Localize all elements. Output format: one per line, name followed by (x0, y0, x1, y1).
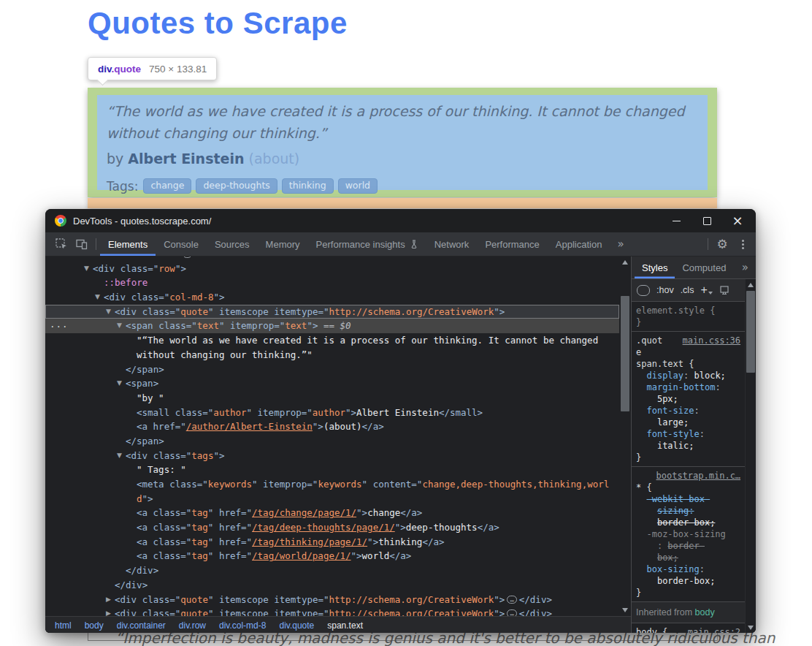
tree-row[interactable]: "“The world as we have created it is a p… (45, 333, 619, 348)
dom-breadcrumb-bar: htmlbodydiv.containerdiv.rowdiv.col-md-8… (45, 616, 631, 633)
tree-row[interactable]: <small class="author" itemprop="author">… (45, 406, 619, 420)
devtools-content: …▼<div class="row">::before▼<div class="… (45, 256, 756, 633)
stylesheet-link[interactable]: main.css:2 (688, 626, 740, 633)
tab-performance-insights[interactable]: Performance insights (308, 232, 426, 256)
tab-application[interactable]: Application (548, 232, 610, 256)
sidebar-tab-styles[interactable]: Styles (635, 256, 675, 278)
minimize-button[interactable] (665, 210, 687, 231)
collapse-arrow-icon[interactable]: ▼ (95, 290, 100, 305)
tree-row[interactable]: "by " (45, 391, 619, 406)
inherited-node-link[interactable]: body (695, 607, 715, 618)
inline-expand-button[interactable]: … (507, 609, 516, 616)
flask-icon (410, 240, 418, 249)
author-about-link[interactable]: (about) (249, 151, 300, 167)
stylesheet-link[interactable]: bootstrap.min.c… (656, 470, 740, 482)
style-rule[interactable]: .quotmain.css:36espan.text { display: bl… (632, 332, 745, 467)
inspect-element-button[interactable] (51, 232, 72, 256)
sidebar-tab-computed[interactable]: Computed (675, 256, 733, 278)
new-style-rule-button[interactable]: + (700, 285, 712, 295)
more-tabs-button[interactable]: » (610, 238, 631, 251)
tree-row[interactable]: d"> (45, 492, 619, 506)
tree-row[interactable]: <meta class="keywords" itemprop="keyword… (45, 477, 619, 492)
toggle-element-classes-button[interactable]: .cls (681, 285, 694, 295)
customize-devtools-button[interactable] (732, 232, 753, 256)
elements-scrollbar[interactable] (619, 256, 631, 616)
tree-row[interactable]: <a class="tag" href="/tag/deep-thoughts/… (45, 520, 619, 535)
tree-row[interactable]: <a class="tag" href="/tag/world/page/1/"… (45, 549, 619, 563)
device-toolbar-button[interactable] (72, 232, 92, 256)
collapse-arrow-icon[interactable]: ▼ (117, 319, 122, 333)
tab-network[interactable]: Network (426, 232, 478, 256)
collapse-arrow-icon[interactable]: ▼ (106, 305, 111, 319)
stylesheet-link[interactable]: main.css:36 (683, 335, 740, 346)
style-rule[interactable]: body {main.css:2 (632, 623, 745, 633)
breadcrumb-div.quote[interactable]: div.quote (272, 620, 321, 631)
tree-row[interactable]: </div> (45, 563, 619, 578)
styles-scrollbar[interactable] (745, 279, 756, 633)
scroll-down-icon[interactable] (622, 608, 628, 612)
tree-row[interactable]: ▼<div class="row"> (45, 262, 619, 276)
tree-row[interactable]: </div> (45, 578, 619, 593)
scrollbar-thumb[interactable] (621, 296, 629, 411)
breadcrumb-div.container[interactable]: div.container (110, 620, 172, 631)
tag-pill[interactable]: thinking (282, 178, 334, 194)
rendering-emulations-icon[interactable] (719, 285, 729, 295)
tag-pill[interactable]: change (143, 178, 191, 194)
breadcrumb-body[interactable]: body (78, 620, 110, 631)
tree-row[interactable]: " Tags: " (45, 463, 619, 477)
collapse-arrow-icon[interactable]: ▼ (117, 376, 122, 391)
tab-sources[interactable]: Sources (207, 232, 258, 256)
collapse-arrow-icon[interactable]: ▼ (117, 449, 122, 463)
breadcrumb-div.row[interactable]: div.row (172, 620, 212, 631)
styles-filter-input[interactable] (637, 285, 650, 296)
tree-row[interactable]: <a class="tag" href="/tag/thinking/page/… (45, 535, 619, 550)
more-sidebar-tabs-button[interactable]: » (735, 261, 756, 274)
inspect-highlight-content: “The world as we have created it is a pr… (97, 95, 708, 190)
toggle-pseudo-classes-button[interactable]: :hov (656, 285, 674, 295)
tree-row[interactable]: ▼<span> (45, 376, 619, 391)
breadcrumb-span.text[interactable]: span.text (321, 620, 369, 631)
settings-button[interactable]: ⚙ (712, 232, 732, 256)
style-rule[interactable]: bootstrap.min.c…* { -webkit-box- sizing:… (632, 467, 745, 602)
expand-arrow-icon[interactable]: ▶ (106, 607, 111, 616)
inline-expand-button[interactable]: … (183, 256, 192, 258)
tree-row[interactable]: ▶<div class="quote" itemscope itemtype="… (45, 593, 619, 607)
inspect-highlight-padding: “The world as we have created it is a pr… (88, 88, 717, 197)
tree-row[interactable]: <a class="tag" href="/tag/change/page/1/… (45, 506, 619, 520)
scroll-down-icon[interactable] (748, 626, 754, 630)
inherited-from-header[interactable]: Inherited from body (632, 602, 745, 623)
scroll-up-icon[interactable] (748, 283, 754, 287)
by-label: by (107, 151, 123, 167)
tree-row[interactable]: … (45, 256, 619, 262)
tree-row[interactable]: ::before (45, 276, 619, 290)
tab-elements[interactable]: Elements (100, 232, 156, 256)
tree-row[interactable]: ▶<div class="quote" itemscope itemtype="… (45, 607, 619, 616)
scroll-up-icon[interactable] (622, 260, 628, 265)
tree-row[interactable]: ▼<div class="tags"> (45, 449, 619, 463)
tree-row[interactable]: </span> (45, 434, 619, 449)
tree-row[interactable]: <a href="/author/Albert-Einstein">(about… (45, 419, 619, 434)
tree-row[interactable]: ...▼<span class="text" itemprop="text"> … (45, 319, 619, 333)
quote-text: “The world as we have created it is a pr… (107, 100, 698, 144)
tab-performance[interactable]: Performance (477, 232, 547, 256)
scrollbar-thumb[interactable] (746, 291, 755, 373)
tree-row[interactable]: </span> (45, 362, 619, 377)
inline-expand-button[interactable]: … (507, 596, 516, 604)
devtools-titlebar[interactable]: DevTools - quotes.toscrape.com/ × (45, 209, 756, 232)
tab-memory[interactable]: Memory (258, 232, 308, 256)
tree-row[interactable]: without changing our thinking.”" (45, 348, 619, 362)
tooltip-tag-name: div (98, 64, 112, 75)
breadcrumb-html[interactable]: html (48, 620, 78, 631)
breadcrumb-div.col-md-8[interactable]: div.col-md-8 (212, 620, 272, 631)
tree-row[interactable]: ▼<div class="quote" itemscope itemtype="… (45, 305, 619, 319)
tag-pill[interactable]: world (338, 178, 378, 194)
tree-row[interactable]: ▼<div class="col-md-8"> (45, 290, 619, 305)
expand-arrow-icon[interactable]: ▶ (106, 593, 111, 607)
style-rule[interactable]: element.style {} (632, 302, 745, 332)
collapse-arrow-icon[interactable]: ▼ (84, 262, 89, 276)
tab-console[interactable]: Console (156, 232, 207, 256)
maximize-button[interactable] (696, 210, 718, 231)
tag-pill[interactable]: deep-thoughts (196, 178, 277, 194)
close-button[interactable]: × (727, 210, 748, 231)
adorner-ellipsis[interactable]: ... (50, 317, 69, 332)
